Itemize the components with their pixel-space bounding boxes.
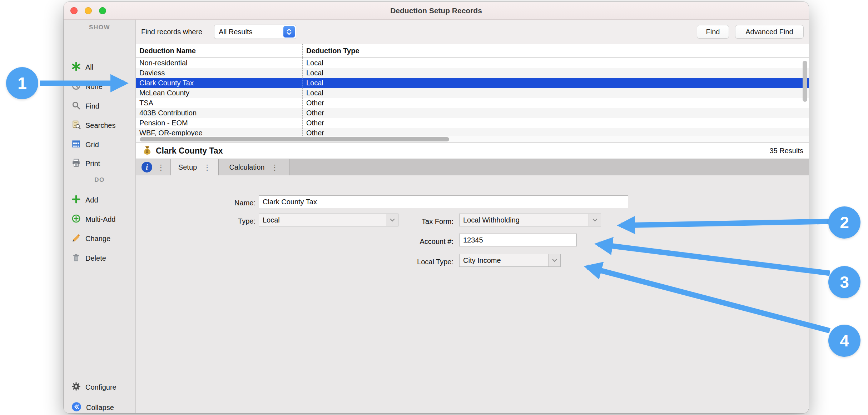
popup-arrows-icon [283, 26, 295, 38]
sidebar-item-label: Add [85, 196, 98, 204]
table-row[interactable]: TSA Other [136, 98, 809, 108]
sidebar-item-label: All [85, 63, 93, 71]
advanced-find-button[interactable]: Advanced Find [735, 25, 804, 39]
cell-deduction-name: TSA [136, 98, 302, 108]
main-panel: Find records where All Results Find Adva… [136, 20, 809, 413]
find-toolbar: Find records where All Results Find Adva… [136, 20, 809, 44]
tax-form-value: Local Withholding [460, 216, 589, 224]
window-title: Deduction Setup Records [64, 2, 809, 20]
cell-deduction-type: Other [302, 128, 809, 136]
sidebar-item-delete[interactable]: Delete [71, 252, 106, 265]
sidebar-item-label: None [85, 82, 103, 91]
local-type-label: Local Type: [375, 258, 453, 266]
plus-icon [71, 195, 81, 206]
tax-form-dropdown[interactable]: Local Withholding [459, 214, 601, 226]
tab-strip-filler [289, 159, 809, 175]
column-header-deduction-type[interactable]: Deduction Type [302, 44, 809, 58]
table-header: Deduction Name Deduction Type [136, 44, 809, 58]
sidebar-item-label: Searches [85, 121, 116, 130]
cell-deduction-type: Local [302, 88, 809, 98]
record-header: Clark County Tax 35 Results [136, 143, 809, 159]
sidebar-item-add[interactable]: Add [71, 194, 98, 206]
sidebar-item-multi-add[interactable]: Multi-Add [71, 213, 115, 226]
results-filter-dropdown[interactable]: All Results [214, 25, 296, 39]
cell-deduction-name: McLean County [136, 88, 302, 98]
account-number-field[interactable] [459, 234, 577, 246]
table-row[interactable]: 403B Contribution Other [136, 108, 809, 118]
name-field[interactable] [259, 195, 628, 208]
table-row[interactable]: McLean County Local [136, 88, 809, 98]
sidebar-item-collapse[interactable]: Collapse [71, 401, 114, 413]
horizontal-scrollbar-thumb[interactable] [140, 137, 449, 141]
annotation-badge-2: 2 [828, 206, 860, 239]
cell-deduction-name: Clark County Tax [136, 78, 302, 88]
tax-form-label: Tax Form: [375, 218, 453, 226]
type-value: Local [259, 216, 386, 224]
annotation-badge-4: 4 [828, 325, 860, 357]
sidebar-item-change[interactable]: Change [71, 232, 110, 245]
gear-icon [71, 382, 81, 393]
money-bag-icon [136, 145, 152, 157]
tab-strip: Setup Calculation [136, 159, 809, 175]
tab-calculation[interactable]: Calculation [219, 159, 289, 175]
table-row-selected[interactable]: Clark County Tax Local [136, 78, 809, 88]
sidebar-item-label: Print [85, 160, 100, 168]
vertical-scrollbar-thumb[interactable] [803, 61, 807, 102]
sidebar-show-header: SHOW [64, 24, 135, 31]
cell-deduction-name: Daviess [136, 68, 302, 78]
sidebar-item-label: Find [85, 102, 99, 110]
sidebar: SHOW All None Find Searches [64, 20, 136, 413]
segment-handle-icon [203, 164, 211, 171]
cell-deduction-name: WBF, OR-employee [136, 128, 302, 136]
table-row[interactable]: Pension - EOM Other [136, 118, 809, 128]
sidebar-item-label: Grid [85, 141, 99, 149]
sidebar-item-label: Change [85, 235, 110, 243]
sidebar-item-grid[interactable]: Grid [71, 138, 99, 151]
cell-deduction-name: Non-residential [136, 58, 302, 68]
sidebar-item-all[interactable]: All [71, 61, 93, 74]
sidebar-item-label: Multi-Add [85, 215, 115, 224]
info-icon [142, 162, 152, 172]
sidebar-item-configure[interactable]: Configure [71, 381, 116, 394]
sidebar-item-none[interactable]: None [71, 80, 103, 93]
deduction-table: Non-residential Local Daviess Local Clar… [136, 58, 809, 136]
sidebar-item-print[interactable]: Print [71, 157, 100, 170]
sidebar-item-searches[interactable]: Searches [71, 119, 116, 132]
setup-form: Name: Type: Local Tax Form: Local Withho… [136, 175, 809, 413]
grid-icon [71, 139, 81, 150]
prohibited-icon [71, 81, 81, 92]
record-title: Clark County Tax [156, 146, 223, 156]
sidebar-item-label: Collapse [86, 404, 114, 412]
segment-handle-icon [157, 164, 165, 171]
annotation-badge-3: 3 [828, 266, 860, 298]
cell-deduction-type: Other [302, 98, 809, 108]
collapse-circle-icon [71, 402, 81, 414]
sidebar-item-label: Configure [85, 383, 116, 391]
account-number-label: Account #: [375, 238, 453, 246]
chevron-down-icon [548, 254, 560, 266]
window-titlebar: Deduction Setup Records [64, 2, 809, 20]
annotation-badge-1: 1 [6, 67, 38, 99]
sidebar-divider [64, 378, 135, 378]
local-type-value: City Income [460, 256, 548, 265]
table-row[interactable]: Non-residential Local [136, 58, 809, 68]
cell-deduction-type: Other [302, 118, 809, 128]
tab-label: Setup [178, 163, 197, 171]
tab-label: Calculation [229, 163, 265, 171]
table-row[interactable]: WBF, OR-employee Other [136, 128, 809, 136]
cell-deduction-type: Other [302, 108, 809, 118]
pencil-icon [71, 233, 81, 244]
sidebar-do-header: DO [64, 176, 135, 184]
sidebar-item-find[interactable]: Find [71, 100, 99, 112]
name-label: Name: [177, 199, 256, 207]
tab-setup[interactable]: Setup [171, 159, 219, 175]
asterisk-icon [71, 62, 81, 73]
local-type-dropdown[interactable]: City Income [459, 254, 561, 267]
printer-icon [71, 158, 81, 169]
trash-icon [71, 253, 81, 264]
column-header-deduction-name[interactable]: Deduction Name [136, 44, 302, 58]
table-row[interactable]: Daviess Local [136, 68, 809, 78]
find-button[interactable]: Find [697, 25, 729, 39]
magnifier-icon [71, 101, 81, 112]
record-info-segment[interactable] [136, 159, 171, 175]
